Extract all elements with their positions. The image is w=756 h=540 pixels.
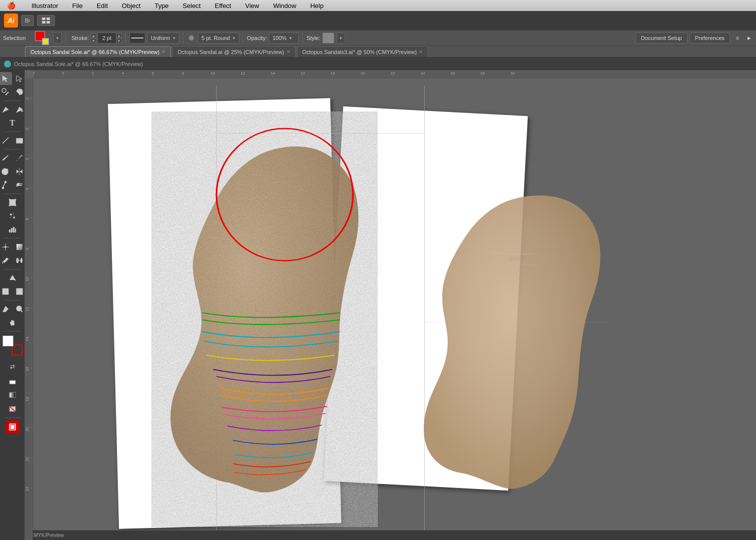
magic-wand-tool[interactable] [0, 86, 12, 98]
eraser-tool[interactable] [0, 302, 12, 316]
tab-octopus-sole[interactable]: Octopus Sandal Sole.ai* @ 66.67% (CMYK/P… [25, 46, 171, 57]
bottom-tools: ⇄ [4, 360, 20, 434]
toolbar-options-icon[interactable]: ≡ [732, 32, 743, 44]
tool-separator-5 [4, 238, 20, 238]
doc-title: Octopus Sandal Sole.ai* @ 66.67% (CMYK/P… [14, 61, 143, 67]
bridge-button[interactable]: Br [21, 15, 34, 26]
artboard-tool[interactable] [0, 285, 12, 298]
free-transform-tool[interactable] [6, 196, 19, 209]
selection-tool[interactable] [0, 72, 12, 85]
add-anchor-tool[interactable] [13, 103, 26, 116]
menu-help[interactable]: Help [307, 2, 327, 10]
menu-object[interactable]: Object [119, 2, 144, 10]
arrange-button[interactable] [37, 15, 55, 26]
gradient-indicator[interactable] [6, 388, 19, 401]
style-swatch[interactable] [322, 32, 334, 44]
tab-octopus-sandal[interactable]: Octopus Sandal.ai @ 25% (CMYK/Preview) ✕ [172, 46, 296, 57]
menu-illustrator[interactable]: Illustrator [28, 2, 61, 10]
tab-octopus-sandals3[interactable]: Octopus Sandals3.ai* @ 50% (CMYK/Preview… [297, 46, 428, 57]
rotate-tool[interactable] [0, 165, 12, 178]
none-indicator[interactable] [6, 402, 19, 415]
point-style-dropdown[interactable]: 5 pt. Round ▼ [198, 32, 239, 44]
line-segment-tool[interactable] [0, 134, 12, 147]
reflect-tool[interactable] [13, 165, 26, 178]
stroke-color-box[interactable] [42, 38, 49, 45]
eraser-group [0, 302, 26, 316]
stroke-up-arrow-2[interactable]: ▲ [116, 33, 122, 38]
hand-tool[interactable] [6, 316, 19, 329]
svg-marker-5 [16, 76, 22, 82]
menu-file[interactable]: File [69, 2, 85, 10]
preferences-button[interactable]: Preferences [690, 32, 730, 44]
stroke-type-dropdown[interactable]: Uniform ▼ [147, 32, 179, 44]
fill-color-indicator[interactable] [2, 336, 13, 346]
symbol-sprayer-tool[interactable] [6, 210, 19, 222]
toolbar-chevron-icon[interactable]: ▶ [745, 32, 753, 44]
zoom-tool[interactable] [13, 302, 26, 316]
svg-text:20: 20 [361, 71, 365, 76]
tab-close-2[interactable]: ✕ [286, 49, 290, 54]
column-graph-tool[interactable] [6, 223, 19, 236]
mesh-tool[interactable] [0, 240, 12, 254]
menu-window[interactable]: Window [270, 2, 299, 10]
eyedropper-tool[interactable] [0, 254, 12, 267]
stroke-spinner-2[interactable]: ▲ ▼ [116, 33, 122, 43]
tab-label-1: Octopus Sandal Sole.ai* @ 66.67% (CMYK/P… [30, 49, 159, 55]
swap-colors-icon[interactable]: ⇄ [6, 360, 19, 373]
blend-tool[interactable] [13, 254, 26, 267]
svg-text:18: 18 [331, 71, 335, 76]
opacity-dropdown[interactable]: 100% ▼ [269, 32, 299, 44]
svg-rect-30 [15, 228, 16, 232]
svg-text:10: 10 [25, 276, 29, 281]
document-setup-button[interactable]: Document Setup [636, 32, 688, 44]
direct-selection-tool[interactable] [13, 72, 26, 85]
pencil-tool[interactable] [13, 152, 26, 164]
stroke-value-input[interactable] [97, 32, 116, 44]
stroke-down-arrow[interactable]: ▼ [90, 38, 96, 43]
menu-type[interactable]: Type [151, 2, 171, 10]
tab-close-3[interactable]: ✕ [419, 49, 423, 54]
menu-select[interactable]: Select [180, 2, 204, 10]
fill-indicator[interactable] [6, 374, 19, 387]
warp-tool[interactable] [13, 178, 26, 192]
svg-text:-2: -2 [33, 71, 35, 76]
gradient-tool[interactable] [13, 240, 26, 254]
slice-tool[interactable] [13, 285, 26, 298]
stroke-down-arrow-2[interactable]: ▼ [116, 38, 122, 43]
rectangle-tool[interactable] [13, 134, 26, 147]
menu-effect[interactable]: Effect [212, 2, 234, 10]
lasso-tool[interactable] [13, 86, 26, 98]
svg-text:12: 12 [241, 71, 245, 76]
stroke-spinner[interactable]: ▲ ▼ [90, 33, 96, 43]
color-mode-status: CMYK/Preview [30, 532, 64, 538]
type-tool[interactable]: T [6, 116, 19, 130]
svg-line-44 [21, 310, 22, 312]
tool-separator-3 [4, 149, 20, 150]
left-sole-body [170, 146, 358, 492]
svg-rect-27 [9, 230, 10, 232]
live-paint-bucket-tool[interactable] [6, 272, 19, 284]
stroke-up-arrow[interactable]: ▲ [90, 33, 96, 38]
svg-line-35 [2, 262, 3, 264]
tool-name-label: Selection [3, 35, 33, 41]
svg-point-24 [13, 214, 14, 214]
normal-screen-icon[interactable] [6, 420, 19, 434]
menu-view[interactable]: View [242, 2, 262, 10]
ai-logo: Ai [4, 14, 18, 28]
selection-tools-group [0, 72, 26, 85]
tab-close-1[interactable]: ✕ [161, 49, 165, 54]
svg-text:14: 14 [271, 71, 275, 76]
ruler-svg: -2 0 2 4 6 8 10 12 14 16 18 [33, 70, 756, 78]
svg-rect-39 [2, 288, 8, 294]
color-boxes [2, 336, 22, 356]
scale-tool[interactable] [0, 178, 12, 192]
fill-options-dropdown[interactable]: ▼ [53, 32, 62, 44]
style-dropdown[interactable]: ▼ [336, 32, 345, 44]
apple-menu[interactable]: 🍎 [4, 1, 18, 10]
screen-mode-group [6, 420, 19, 434]
artboard-group [0, 285, 26, 298]
paintbrush-tool[interactable] [0, 152, 12, 164]
canvas-area[interactable]: Botto... [41, 86, 756, 530]
pen-tool[interactable] [0, 103, 12, 116]
menu-edit[interactable]: Edit [93, 2, 110, 10]
